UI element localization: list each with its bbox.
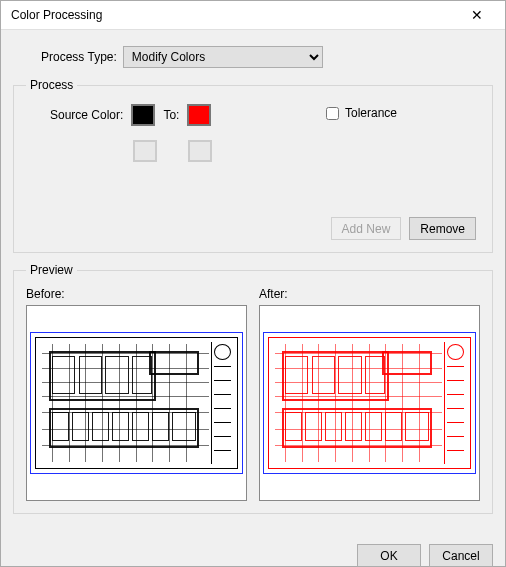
preview-group: Preview Before: [13, 263, 493, 514]
process-type-row: Process Type: Modify Colors [41, 46, 493, 68]
preview-legend: Preview [26, 263, 77, 277]
tolerance-label: Tolerance [345, 106, 397, 120]
preview-body: Before: [26, 287, 480, 501]
window-title: Color Processing [11, 8, 457, 22]
dialog-footer: OK Cancel [1, 536, 505, 567]
source-color-label: Source Color: [50, 108, 123, 122]
process-type-label: Process Type: [41, 50, 117, 64]
color-processing-dialog: Color Processing ✕ Process Type: Modify … [0, 0, 506, 567]
titlebar: Color Processing ✕ [1, 1, 505, 30]
tolerance-checkbox[interactable] [326, 107, 339, 120]
preview-after-col: After: [259, 287, 480, 501]
color-row: Source Color: To: [50, 104, 211, 126]
process-buttons: Add New Remove [331, 217, 476, 240]
close-icon: ✕ [471, 7, 483, 23]
source-color-swatch[interactable] [131, 104, 155, 126]
process-body: Source Color: To: Tolerance Add New Remo… [26, 102, 480, 240]
content-area: Process Type: Modify Colors Process Sour… [1, 30, 505, 536]
target-color-swatch-2[interactable] [188, 140, 212, 162]
tolerance-row: Tolerance [326, 106, 397, 120]
remove-button[interactable]: Remove [409, 217, 476, 240]
after-label: After: [259, 287, 480, 301]
ok-button[interactable]: OK [357, 544, 421, 567]
before-preview [26, 305, 247, 501]
add-new-button[interactable]: Add New [331, 217, 402, 240]
source-color-swatch-2[interactable] [133, 140, 157, 162]
after-preview [259, 305, 480, 501]
cancel-button[interactable]: Cancel [429, 544, 493, 567]
process-group: Process Source Color: To: Tolerance [13, 78, 493, 253]
after-drawing [263, 332, 476, 474]
close-button[interactable]: ✕ [457, 1, 497, 29]
to-label: To: [163, 108, 179, 122]
target-color-swatch[interactable] [187, 104, 211, 126]
process-type-select[interactable]: Modify Colors [123, 46, 323, 68]
process-legend: Process [26, 78, 77, 92]
secondary-swatches [133, 140, 212, 162]
before-drawing [30, 332, 243, 474]
preview-before-col: Before: [26, 287, 247, 501]
before-label: Before: [26, 287, 247, 301]
